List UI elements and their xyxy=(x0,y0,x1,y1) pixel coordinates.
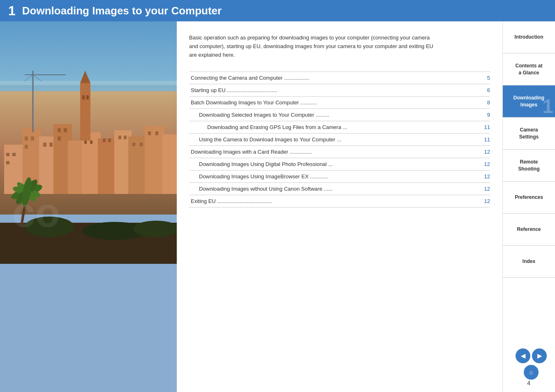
toc-item-label: Downloading Selected Images to Your Comp… xyxy=(189,109,474,121)
svg-rect-35 xyxy=(90,141,92,144)
svg-rect-37 xyxy=(108,138,111,142)
toc-item-page[interactable]: 12 xyxy=(474,195,490,208)
toc-row[interactable]: Starting up EU .........................… xyxy=(189,84,490,97)
home-button[interactable]: ⌂ xyxy=(524,365,539,380)
svg-rect-25 xyxy=(6,161,9,164)
toc-item-label: Downloading Images with a Card Reader ..… xyxy=(189,146,474,158)
svg-rect-42 xyxy=(148,131,151,135)
chapter-number: 1 xyxy=(8,3,16,18)
svg-marker-14 xyxy=(162,134,177,194)
page-number: 4 xyxy=(527,380,530,386)
sidebar: IntroductionContents ata Glance1Download… xyxy=(502,21,555,392)
toc-item-page[interactable]: 6 xyxy=(474,84,490,97)
toc-row[interactable]: Downloading Images without Using Canon S… xyxy=(189,183,490,195)
sidebar-item-label: CameraSettings xyxy=(519,127,539,141)
svg-rect-32 xyxy=(64,128,67,132)
page-title: Downloading Images to your Computer xyxy=(22,5,222,17)
svg-rect-24 xyxy=(12,153,16,156)
svg-rect-33 xyxy=(58,136,61,141)
sidebar-item-label: RemoteShooting xyxy=(518,159,540,173)
sidebar-item-label: Reference xyxy=(517,226,541,233)
svg-rect-36 xyxy=(103,138,106,142)
toc-item-label: Downloading and Erasing GPS Log Files fr… xyxy=(189,121,474,134)
toc-row[interactable]: Downloading Images with a Card Reader ..… xyxy=(189,146,490,158)
bottom-nav: ◀ ▶ ⌂ xyxy=(516,348,547,380)
next-button[interactable]: ▶ xyxy=(532,348,547,363)
sidebar-item-introduction[interactable]: Introduction xyxy=(503,21,555,53)
toc-row[interactable]: Connecting the Camera and Computer .....… xyxy=(189,72,490,84)
toc-row[interactable]: Downloading Images Using Digital Photo P… xyxy=(189,158,490,171)
sidebar-item-index[interactable]: Index xyxy=(503,246,555,278)
toc-item-label: Using the Camera to Download Images to Y… xyxy=(189,134,474,146)
toc-item-label: Connecting the Camera and Computer .....… xyxy=(189,72,474,84)
svg-marker-10 xyxy=(98,138,117,194)
toc-item-page[interactable]: 12 xyxy=(474,146,490,158)
sidebar-item-reference[interactable]: Reference xyxy=(503,214,555,246)
toc-item-page[interactable]: 8 xyxy=(474,97,490,109)
svg-point-53 xyxy=(134,221,177,237)
toc-item-label: Downloading Images Using Digital Photo P… xyxy=(189,158,474,171)
svg-rect-15 xyxy=(80,83,90,141)
sidebar-item-camera-settings[interactable]: 2CameraSettings xyxy=(503,118,555,150)
sidebar-item-preferences[interactable]: 4Preferences xyxy=(503,182,555,214)
toc-item-label: Batch Downloading Images to Your Compute… xyxy=(189,97,474,109)
svg-rect-39 xyxy=(124,136,127,139)
toc-row[interactable]: Downloading and Erasing GPS Log Files fr… xyxy=(189,121,490,134)
svg-rect-29 xyxy=(43,143,46,147)
toc-table: Connecting the Camera and Computer .....… xyxy=(189,71,490,208)
toc-row[interactable]: Exiting EU .............................… xyxy=(189,195,490,208)
svg-rect-28 xyxy=(25,145,28,149)
sidebar-item-label: DownloadingImages xyxy=(513,95,544,108)
chapter-image: co xyxy=(0,21,177,392)
svg-rect-26 xyxy=(25,136,28,141)
svg-text:co: co xyxy=(12,189,60,235)
toc-row[interactable]: Batch Downloading Images to Your Compute… xyxy=(189,97,490,109)
toc-item-page[interactable]: 12 xyxy=(474,183,490,195)
sidebar-item-downloading-images[interactable]: 1DownloadingImages xyxy=(503,85,555,118)
toc-item-label: Downloading Images Using ImageBrowser EX… xyxy=(189,171,474,183)
toc-item-label: Starting up EU .........................… xyxy=(189,84,474,97)
city-illustration: co xyxy=(0,21,177,264)
toc-item-label: Exiting EU .............................… xyxy=(189,195,474,208)
toc-row[interactable]: Downloading Selected Images to Your Comp… xyxy=(189,109,490,121)
toc-row[interactable]: Using the Camera to Download Images to Y… xyxy=(189,134,490,146)
intro-paragraph: Basic operation such as preparing for do… xyxy=(189,34,436,59)
svg-rect-40 xyxy=(132,143,135,146)
sidebar-item-label: Introduction xyxy=(515,34,543,41)
toc-item-page[interactable]: 5 xyxy=(474,72,490,84)
svg-rect-18 xyxy=(86,95,89,99)
prev-button[interactable]: ◀ xyxy=(516,348,530,363)
main-content: co Basic operation such as preparing for… xyxy=(0,21,555,392)
svg-rect-41 xyxy=(140,143,143,146)
toc-item-page[interactable]: 11 xyxy=(474,134,490,146)
toc-item-page[interactable]: 12 xyxy=(474,171,490,183)
svg-rect-17 xyxy=(82,95,85,99)
sidebar-item-contents-at-a-glance[interactable]: Contents ata Glance xyxy=(503,53,555,85)
toc-item-page[interactable]: 9 xyxy=(474,109,490,121)
sidebar-item-label: Preferences xyxy=(515,194,543,201)
page-header: 1 Downloading Images to your Computer xyxy=(0,0,555,21)
svg-rect-27 xyxy=(31,136,34,141)
svg-rect-43 xyxy=(155,131,158,135)
toc-row[interactable]: Downloading Images Using ImageBrowser EX… xyxy=(189,171,490,183)
sidebar-item-label: Index xyxy=(523,258,535,265)
svg-rect-31 xyxy=(58,128,61,132)
toc-item-page[interactable]: 12 xyxy=(474,158,490,171)
svg-rect-30 xyxy=(49,143,53,147)
sidebar-item-remote-shooting[interactable]: 3RemoteShooting xyxy=(503,150,555,182)
toc-item-label: Downloading Images without Using Canon S… xyxy=(189,183,474,195)
toc-item-page[interactable]: 11 xyxy=(474,121,490,134)
svg-marker-13 xyxy=(145,126,164,194)
svg-rect-38 xyxy=(118,136,121,139)
svg-rect-34 xyxy=(84,141,87,144)
sidebar-item-label: Contents ata Glance xyxy=(516,62,543,76)
content-area: Basic operation such as preparing for do… xyxy=(177,21,502,392)
svg-rect-23 xyxy=(6,153,9,156)
